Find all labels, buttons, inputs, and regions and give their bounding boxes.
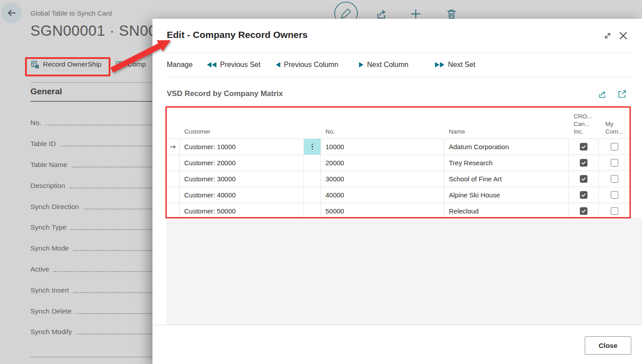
cro-checkbox-cell	[569, 187, 599, 203]
customer-cell[interactable]: Customer: 50000	[180, 203, 304, 219]
open-in-window-icon[interactable]	[617, 89, 627, 99]
matrix-table: Customer No. Name CRO... Can... Inc. My …	[166, 107, 630, 219]
row-options-cell[interactable]	[304, 139, 321, 155]
table-row[interactable]: Customer: 50000 50000 Relecloud	[166, 203, 630, 219]
no-cell[interactable]: 30000	[321, 171, 444, 187]
next-column-label: Next Column	[367, 61, 408, 69]
previous-set-label: Previous Set	[220, 61, 261, 69]
customer-cell[interactable]: Customer: 30000	[180, 171, 304, 187]
column-header-no[interactable]: No.	[325, 128, 335, 135]
double-left-triangle-icon	[207, 62, 216, 67]
customer-cell[interactable]: Customer: 10000	[180, 139, 304, 155]
my-company-checkbox[interactable]	[611, 175, 618, 183]
edit-company-record-owners-dialog: Edit - Company Record Owners Manage Prev…	[152, 19, 642, 364]
column-header-my-company[interactable]: My Com...	[605, 120, 623, 135]
my-company-checkbox-cell	[599, 171, 630, 187]
next-set-label: Next Set	[448, 61, 475, 69]
cro-checkbox-cell	[569, 203, 599, 219]
column-header-cro[interactable]: CRO... Can... Inc.	[574, 113, 592, 135]
row-indicator	[166, 203, 180, 219]
my-company-checkbox[interactable]	[611, 159, 618, 167]
cro-checkbox[interactable]	[580, 159, 587, 167]
my-company-checkbox-cell	[599, 139, 630, 155]
manage-label: Manage	[167, 61, 193, 69]
vertical-ellipsis-icon	[312, 144, 313, 150]
menu-manage[interactable]: Manage	[167, 58, 193, 71]
no-cell[interactable]: 50000	[321, 203, 444, 219]
my-company-checkbox-cell	[599, 203, 630, 219]
name-cell[interactable]: Trey Research	[444, 155, 569, 171]
matrix-section-header: VSD Record by Company Matrix	[167, 89, 631, 102]
share-icon[interactable]	[598, 89, 608, 99]
divider	[167, 77, 631, 77]
left-triangle-icon	[276, 62, 280, 67]
matrix-section-title[interactable]: VSD Record by Company Matrix	[167, 89, 283, 98]
double-right-triangle-icon	[435, 62, 444, 67]
footer-divider	[152, 325, 642, 325]
no-cell[interactable]: 40000	[321, 187, 444, 203]
row-options-cell[interactable]	[304, 171, 321, 187]
divider	[167, 53, 631, 53]
table-row[interactable]: Customer: 20000 20000 Trey Research	[166, 155, 630, 171]
cro-checkbox[interactable]	[580, 207, 587, 215]
menu-previous-column[interactable]: Previous Column	[276, 58, 338, 71]
row-options-cell[interactable]	[304, 187, 321, 203]
row-indicator	[166, 171, 180, 187]
my-company-checkbox-cell	[599, 187, 630, 203]
my-company-checkbox[interactable]	[611, 207, 618, 215]
row-options-cell[interactable]	[304, 155, 321, 171]
menu-next-set[interactable]: Next Set	[435, 58, 475, 71]
row-indicator-arrow: →	[166, 139, 180, 155]
cro-checkbox-cell	[569, 139, 599, 155]
expand-dialog-icon[interactable]	[603, 31, 612, 41]
right-triangle-icon	[359, 62, 363, 67]
name-cell[interactable]: Alpine Ski House	[444, 187, 569, 203]
my-company-checkbox[interactable]	[611, 191, 618, 199]
empty-grid-area	[166, 218, 642, 325]
row-indicator	[166, 187, 180, 203]
cro-checkbox-cell	[569, 155, 599, 171]
close-dialog-icon[interactable]	[617, 30, 629, 42]
menu-previous-set[interactable]: Previous Set	[207, 58, 261, 71]
row-indicator	[166, 155, 180, 171]
no-cell[interactable]: 10000	[321, 139, 444, 155]
screen: Global Table to Synch Card	[0, 0, 642, 364]
previous-column-label: Previous Column	[284, 61, 338, 69]
no-cell[interactable]: 20000	[321, 155, 444, 171]
dialog-title: Edit - Company Record Owners	[167, 29, 308, 40]
name-cell[interactable]: Adatum Corporation	[444, 139, 569, 155]
matrix-table-header: Customer No. Name CRO... Can... Inc. My …	[166, 107, 630, 138]
cro-checkbox[interactable]	[580, 191, 587, 199]
name-cell[interactable]: Relecloud	[444, 203, 569, 219]
menu-next-column[interactable]: Next Column	[359, 58, 408, 71]
customer-cell[interactable]: Customer: 40000	[180, 187, 304, 203]
table-row[interactable]: Customer: 40000 40000 Alpine Ski House	[166, 187, 630, 203]
name-cell[interactable]: School of Fine Art	[444, 171, 569, 187]
customer-cell[interactable]: Customer: 20000	[180, 155, 304, 171]
my-company-checkbox[interactable]	[611, 143, 618, 151]
cro-checkbox[interactable]	[580, 175, 587, 183]
cro-checkbox[interactable]	[580, 143, 587, 151]
my-company-checkbox-cell	[599, 155, 630, 171]
table-row[interactable]: → Customer: 10000 10000 Adatum Corporati…	[166, 138, 630, 155]
column-header-name[interactable]: Name	[449, 128, 465, 135]
row-options-cell[interactable]	[304, 203, 321, 219]
column-header-customer[interactable]: Customer	[184, 128, 211, 135]
cro-checkbox-cell	[569, 171, 599, 187]
table-row[interactable]: Customer: 30000 30000 School of Fine Art	[166, 171, 630, 187]
close-button[interactable]: Close	[585, 336, 631, 355]
